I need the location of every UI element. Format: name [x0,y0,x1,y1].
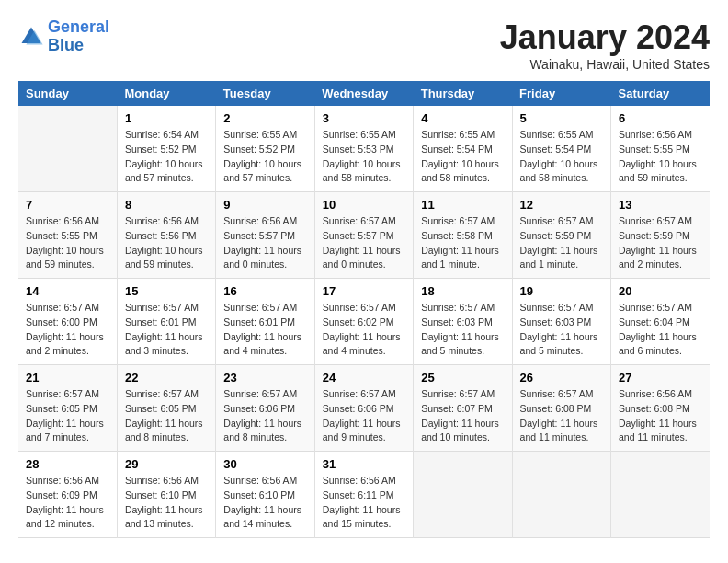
day-info: Sunrise: 6:57 AM Sunset: 6:01 PM Dayligh… [125,301,208,359]
day-number: 7 [26,198,109,212]
day-info: Sunrise: 6:54 AM Sunset: 5:52 PM Dayligh… [125,128,208,186]
calendar-cell: 16Sunrise: 6:57 AM Sunset: 6:01 PM Dayli… [216,279,314,365]
calendar-cell: 9Sunrise: 6:56 AM Sunset: 5:57 PM Daylig… [216,192,314,279]
day-info: Sunrise: 6:55 AM Sunset: 5:54 PM Dayligh… [421,128,504,186]
calendar-cell: 13Sunrise: 6:57 AM Sunset: 5:59 PM Dayli… [611,192,710,279]
day-info: Sunrise: 6:57 AM Sunset: 6:04 PM Dayligh… [619,301,702,359]
day-number: 23 [223,371,306,385]
calendar-body: 1Sunrise: 6:54 AM Sunset: 5:52 PM Daylig… [18,106,710,538]
calendar-cell: 19Sunrise: 6:57 AM Sunset: 6:03 PM Dayli… [512,279,610,365]
day-number: 18 [421,284,504,298]
day-info: Sunrise: 6:57 AM Sunset: 5:57 PM Dayligh… [323,214,405,272]
day-number: 28 [26,457,109,471]
day-info: Sunrise: 6:55 AM Sunset: 5:53 PM Dayligh… [323,128,405,186]
calendar-cell: 5Sunrise: 6:55 AM Sunset: 5:54 PM Daylig… [512,106,610,192]
day-number: 2 [223,111,306,125]
calendar-table: SundayMondayTuesdayWednesdayThursdayFrid… [18,81,710,538]
calendar-week-row: 21Sunrise: 6:57 AM Sunset: 6:05 PM Dayli… [18,365,710,452]
page-header: General Blue January 2024 Wainaku, Hawai… [18,18,710,72]
day-info: Sunrise: 6:57 AM Sunset: 5:58 PM Dayligh… [421,214,504,272]
weekday-header-friday: Friday [512,81,610,106]
day-info: Sunrise: 6:56 AM Sunset: 6:09 PM Dayligh… [26,474,109,532]
day-number: 19 [520,284,603,298]
day-info: Sunrise: 6:55 AM Sunset: 5:54 PM Dayligh… [520,128,603,186]
day-info: Sunrise: 6:56 AM Sunset: 5:55 PM Dayligh… [26,214,109,272]
day-info: Sunrise: 6:55 AM Sunset: 5:52 PM Dayligh… [223,128,306,186]
calendar-cell: 24Sunrise: 6:57 AM Sunset: 6:06 PM Dayli… [314,365,413,452]
weekday-header-saturday: Saturday [611,81,710,106]
calendar-cell: 29Sunrise: 6:56 AM Sunset: 6:10 PM Dayli… [117,452,215,538]
day-number: 8 [125,198,208,212]
calendar-cell: 17Sunrise: 6:57 AM Sunset: 6:02 PM Dayli… [314,279,413,365]
weekday-header-wednesday: Wednesday [314,81,413,106]
day-number: 11 [421,198,504,212]
logo-text: General Blue [48,18,109,55]
day-info: Sunrise: 6:56 AM Sunset: 5:55 PM Dayligh… [619,128,702,186]
day-number: 30 [223,457,306,471]
day-info: Sunrise: 6:57 AM Sunset: 6:07 PM Dayligh… [421,387,504,445]
calendar-cell: 25Sunrise: 6:57 AM Sunset: 6:07 PM Dayli… [414,365,512,452]
calendar-cell: 2Sunrise: 6:55 AM Sunset: 5:52 PM Daylig… [216,106,314,192]
logo: General Blue [18,18,109,55]
day-number: 22 [125,371,208,385]
calendar-week-row: 1Sunrise: 6:54 AM Sunset: 5:52 PM Daylig… [18,106,710,192]
day-info: Sunrise: 6:57 AM Sunset: 6:03 PM Dayligh… [421,301,504,359]
day-number: 16 [223,284,306,298]
calendar-cell: 10Sunrise: 6:57 AM Sunset: 5:57 PM Dayli… [314,192,413,279]
day-number: 29 [125,457,208,471]
calendar-cell: 18Sunrise: 6:57 AM Sunset: 6:03 PM Dayli… [414,279,512,365]
day-info: Sunrise: 6:56 AM Sunset: 6:11 PM Dayligh… [323,474,405,532]
weekday-header-thursday: Thursday [414,81,512,106]
day-number: 9 [223,198,306,212]
day-number: 31 [323,457,405,471]
day-number: 24 [323,371,405,385]
day-info: Sunrise: 6:57 AM Sunset: 6:03 PM Dayligh… [520,301,603,359]
day-info: Sunrise: 6:57 AM Sunset: 5:59 PM Dayligh… [619,214,702,272]
calendar-cell: 28Sunrise: 6:56 AM Sunset: 6:09 PM Dayli… [18,452,117,538]
calendar-cell: 12Sunrise: 6:57 AM Sunset: 5:59 PM Dayli… [512,192,610,279]
calendar-cell: 14Sunrise: 6:57 AM Sunset: 6:00 PM Dayli… [18,279,117,365]
day-number: 27 [619,371,702,385]
calendar-cell: 27Sunrise: 6:56 AM Sunset: 6:08 PM Dayli… [611,365,710,452]
month-title: January 2024 [500,18,710,57]
day-info: Sunrise: 6:56 AM Sunset: 5:56 PM Dayligh… [125,214,208,272]
day-number: 21 [26,371,109,385]
day-info: Sunrise: 6:56 AM Sunset: 6:08 PM Dayligh… [619,387,702,445]
weekday-header-monday: Monday [117,81,215,106]
calendar-cell: 4Sunrise: 6:55 AM Sunset: 5:54 PM Daylig… [414,106,512,192]
calendar-cell [512,452,610,538]
day-number: 15 [125,284,208,298]
day-number: 12 [520,198,603,212]
calendar-cell: 30Sunrise: 6:56 AM Sunset: 6:10 PM Dayli… [216,452,314,538]
title-block: January 2024 Wainaku, Hawaii, United Sta… [500,18,710,72]
day-info: Sunrise: 6:57 AM Sunset: 6:00 PM Dayligh… [26,301,109,359]
day-number: 5 [520,111,603,125]
calendar-cell: 21Sunrise: 6:57 AM Sunset: 6:05 PM Dayli… [18,365,117,452]
weekday-header-sunday: Sunday [18,81,117,106]
day-number: 4 [421,111,504,125]
day-number: 26 [520,371,603,385]
calendar-cell [611,452,710,538]
day-number: 1 [125,111,208,125]
weekday-header-tuesday: Tuesday [216,81,314,106]
location-subtitle: Wainaku, Hawaii, United States [500,57,710,72]
calendar-week-row: 28Sunrise: 6:56 AM Sunset: 6:09 PM Dayli… [18,452,710,538]
calendar-cell: 26Sunrise: 6:57 AM Sunset: 6:08 PM Dayli… [512,365,610,452]
calendar-cell: 1Sunrise: 6:54 AM Sunset: 5:52 PM Daylig… [117,106,215,192]
day-number: 17 [323,284,405,298]
day-info: Sunrise: 6:56 AM Sunset: 6:10 PM Dayligh… [125,474,208,532]
calendar-cell: 3Sunrise: 6:55 AM Sunset: 5:53 PM Daylig… [314,106,413,192]
calendar-week-row: 14Sunrise: 6:57 AM Sunset: 6:00 PM Dayli… [18,279,710,365]
day-info: Sunrise: 6:56 AM Sunset: 6:10 PM Dayligh… [223,474,306,532]
calendar-cell: 31Sunrise: 6:56 AM Sunset: 6:11 PM Dayli… [314,452,413,538]
logo-icon [18,24,44,50]
calendar-cell [414,452,512,538]
calendar-cell [18,106,117,192]
weekday-header-row: SundayMondayTuesdayWednesdayThursdayFrid… [18,81,710,106]
calendar-cell: 11Sunrise: 6:57 AM Sunset: 5:58 PM Dayli… [414,192,512,279]
calendar-cell: 15Sunrise: 6:57 AM Sunset: 6:01 PM Dayli… [117,279,215,365]
day-info: Sunrise: 6:57 AM Sunset: 6:06 PM Dayligh… [323,387,405,445]
day-info: Sunrise: 6:57 AM Sunset: 5:59 PM Dayligh… [520,214,603,272]
day-info: Sunrise: 6:57 AM Sunset: 6:08 PM Dayligh… [520,387,603,445]
day-number: 6 [619,111,702,125]
